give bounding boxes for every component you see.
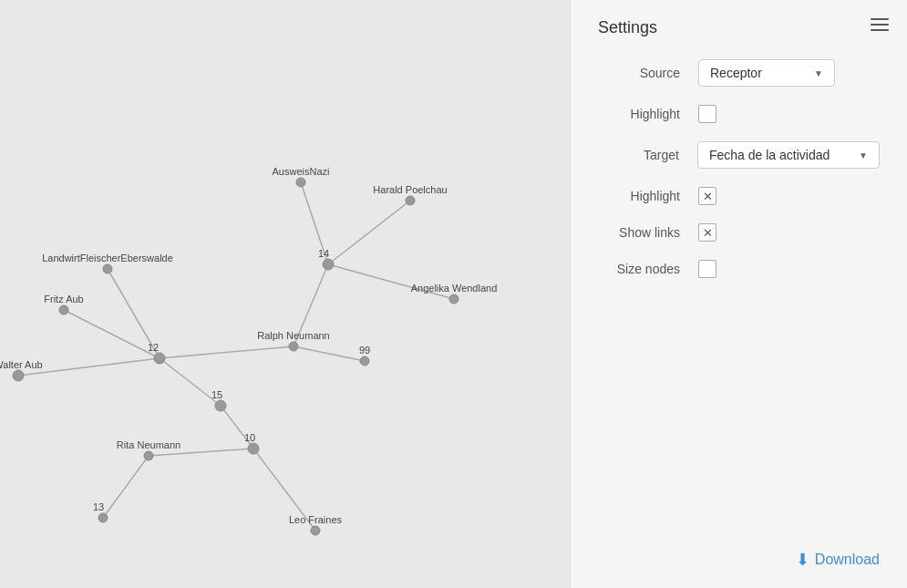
svg-point-30 <box>289 342 298 351</box>
target-label: Target <box>598 148 679 162</box>
download-button[interactable]: ⬇ Download <box>796 550 880 570</box>
svg-text:12: 12 <box>148 342 159 353</box>
size-nodes-label: Size nodes <box>598 262 680 276</box>
highlight-label-2: Highlight <box>598 189 680 203</box>
svg-point-40 <box>98 513 108 522</box>
target-dropdown[interactable]: Fecha de la actividad ▼ <box>697 141 880 169</box>
size-nodes-checkbox[interactable] <box>698 260 716 278</box>
svg-text:15: 15 <box>211 389 222 400</box>
show-links-label: Show links <box>598 225 680 240</box>
download-icon: ⬇ <box>796 550 809 570</box>
svg-line-7 <box>160 346 294 358</box>
target-arrow-icon: ▼ <box>859 150 868 160</box>
svg-text:LandwirtFleischerEberswalde: LandwirtFleischerEberswalde <box>42 253 173 263</box>
svg-point-16 <box>406 196 415 205</box>
target-row: Target Fecha de la actividad ▼ <box>598 141 880 169</box>
download-label: Download <box>815 552 880 568</box>
highlight-checkbox-2[interactable]: ✕ <box>698 187 716 205</box>
svg-text:Harald Poelchau: Harald Poelchau <box>373 184 447 195</box>
svg-line-12 <box>103 456 149 518</box>
svg-line-2 <box>328 264 454 299</box>
svg-text:Walter Aub: Walter Aub <box>0 359 43 370</box>
svg-point-36 <box>144 451 153 460</box>
source-row: Source Receptor ▼ <box>598 59 880 87</box>
source-label: Source <box>598 66 680 80</box>
graph-svg: AusweisNaziHarald Poelchau14Angelika Wen… <box>0 0 570 588</box>
svg-line-9 <box>294 346 365 361</box>
target-value: Fecha de la actividad <box>709 148 830 162</box>
svg-text:99: 99 <box>359 345 370 356</box>
svg-point-32 <box>360 356 369 366</box>
svg-text:Fritz Aub: Fritz Aub <box>44 294 83 304</box>
settings-panel: Settings Source Receptor ▼ Highlight Tar… <box>570 0 907 588</box>
svg-point-34 <box>215 400 226 411</box>
svg-point-20 <box>449 294 459 304</box>
svg-point-26 <box>13 370 24 381</box>
svg-text:13: 13 <box>93 501 104 512</box>
source-value: Receptor <box>710 66 762 80</box>
svg-text:AusweisNazi: AusweisNazi <box>273 166 330 177</box>
highlight-label-1: Highlight <box>598 107 680 121</box>
svg-point-38 <box>248 443 259 454</box>
source-dropdown[interactable]: Receptor ▼ <box>698 59 835 87</box>
graph-area[interactable]: AusweisNaziHarald Poelchau14Angelika Wen… <box>0 0 570 588</box>
menu-icon[interactable] <box>871 18 889 31</box>
highlight-checkbox-1[interactable] <box>698 105 716 123</box>
svg-text:Rita Neumann: Rita Neumann <box>117 439 180 450</box>
svg-line-1 <box>328 201 410 264</box>
svg-point-18 <box>323 259 334 270</box>
settings-title: Settings <box>598 18 880 37</box>
svg-point-24 <box>59 305 68 315</box>
svg-text:Ralph Neumann: Ralph Neumann <box>257 330 330 341</box>
highlight-row-2: Highlight ✕ <box>598 187 880 205</box>
show-links-row: Show links ✕ <box>598 223 880 242</box>
svg-point-22 <box>103 264 112 273</box>
show-links-checkbox[interactable]: ✕ <box>698 223 716 242</box>
svg-text:Angelika Wendland: Angelika Wendland <box>411 283 498 294</box>
svg-text:Leo Fraines: Leo Fraines <box>289 514 343 525</box>
svg-text:14: 14 <box>318 248 329 259</box>
svg-text:10: 10 <box>244 432 255 443</box>
svg-point-42 <box>311 526 320 535</box>
download-row: ⬇ Download <box>598 541 880 570</box>
svg-point-28 <box>154 353 165 364</box>
svg-point-14 <box>296 178 305 187</box>
size-nodes-row: Size nodes <box>598 260 880 278</box>
source-arrow-icon: ▼ <box>814 68 823 78</box>
highlight-row-1: Highlight <box>598 105 880 123</box>
